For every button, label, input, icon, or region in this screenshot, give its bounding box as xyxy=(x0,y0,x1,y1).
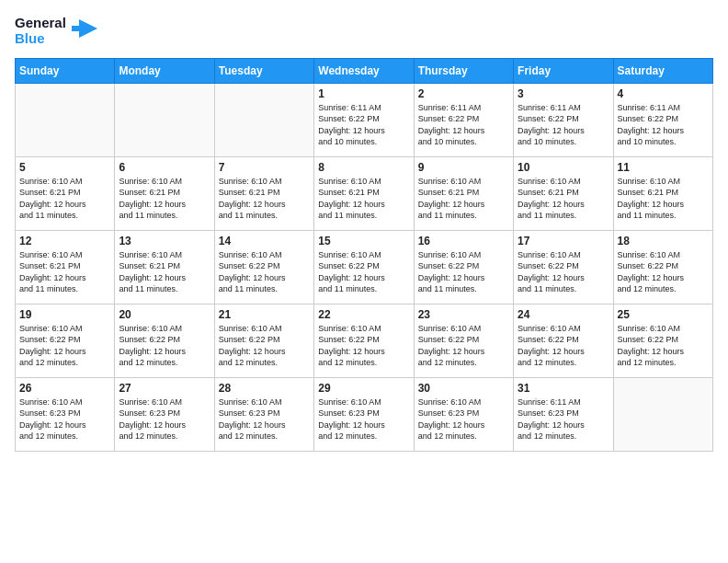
calendar-cell: 25Sunrise: 6:10 AM Sunset: 6:22 PM Dayli… xyxy=(613,304,712,377)
day-info: Sunrise: 6:10 AM Sunset: 6:21 PM Dayligh… xyxy=(418,176,509,222)
day-number: 5 xyxy=(19,161,110,174)
day-number: 20 xyxy=(119,308,210,321)
day-info: Sunrise: 6:10 AM Sunset: 6:21 PM Dayligh… xyxy=(19,176,110,222)
logo-wordmark: General Blue xyxy=(15,15,66,47)
calendar-cell: 30Sunrise: 6:10 AM Sunset: 6:23 PM Dayli… xyxy=(414,377,513,451)
calendar-cell: 16Sunrise: 6:10 AM Sunset: 6:22 PM Dayli… xyxy=(414,230,513,304)
day-info: Sunrise: 6:11 AM Sunset: 6:22 PM Dayligh… xyxy=(618,102,709,148)
calendar-header-row: SundayMondayTuesdayWednesdayThursdayFrid… xyxy=(16,58,713,83)
day-info: Sunrise: 6:11 AM Sunset: 6:22 PM Dayligh… xyxy=(418,102,509,148)
calendar-cell: 13Sunrise: 6:10 AM Sunset: 6:21 PM Dayli… xyxy=(115,230,214,304)
day-info: Sunrise: 6:10 AM Sunset: 6:21 PM Dayligh… xyxy=(219,176,310,222)
calendar-cell: 22Sunrise: 6:10 AM Sunset: 6:22 PM Dayli… xyxy=(314,304,414,377)
day-number: 27 xyxy=(119,382,210,395)
calendar-week-row: 12Sunrise: 6:10 AM Sunset: 6:21 PM Dayli… xyxy=(16,230,713,304)
day-number: 4 xyxy=(618,87,709,100)
calendar-week-row: 1Sunrise: 6:11 AM Sunset: 6:22 PM Daylig… xyxy=(16,83,713,156)
calendar-cell: 27Sunrise: 6:10 AM Sunset: 6:23 PM Dayli… xyxy=(115,377,214,451)
calendar-cell: 1Sunrise: 6:11 AM Sunset: 6:22 PM Daylig… xyxy=(314,83,414,156)
svg-marker-0 xyxy=(72,19,97,38)
day-number: 31 xyxy=(518,382,609,395)
calendar-cell: 12Sunrise: 6:10 AM Sunset: 6:21 PM Dayli… xyxy=(16,230,115,304)
day-number: 16 xyxy=(418,235,509,247)
calendar-week-row: 19Sunrise: 6:10 AM Sunset: 6:22 PM Dayli… xyxy=(16,304,713,377)
column-header-sunday: Sunday xyxy=(16,58,115,83)
calendar-cell: 6Sunrise: 6:10 AM Sunset: 6:21 PM Daylig… xyxy=(115,156,214,230)
day-number: 28 xyxy=(219,382,310,395)
day-number: 25 xyxy=(618,308,709,321)
calendar-cell: 9Sunrise: 6:10 AM Sunset: 6:21 PM Daylig… xyxy=(414,156,513,230)
day-info: Sunrise: 6:10 AM Sunset: 6:22 PM Dayligh… xyxy=(618,249,709,295)
calendar-cell: 20Sunrise: 6:10 AM Sunset: 6:22 PM Dayli… xyxy=(115,304,214,377)
day-number: 6 xyxy=(119,161,210,174)
calendar-cell: 2Sunrise: 6:11 AM Sunset: 6:22 PM Daylig… xyxy=(414,83,513,156)
calendar-week-row: 5Sunrise: 6:10 AM Sunset: 6:21 PM Daylig… xyxy=(16,156,713,230)
day-info: Sunrise: 6:10 AM Sunset: 6:22 PM Dayligh… xyxy=(418,323,509,369)
calendar-cell: 8Sunrise: 6:10 AM Sunset: 6:21 PM Daylig… xyxy=(314,156,414,230)
day-info: Sunrise: 6:11 AM Sunset: 6:23 PM Dayligh… xyxy=(518,396,609,442)
calendar-cell: 24Sunrise: 6:10 AM Sunset: 6:22 PM Dayli… xyxy=(514,304,613,377)
day-number: 29 xyxy=(318,382,409,395)
day-number: 24 xyxy=(518,308,609,321)
day-info: Sunrise: 6:10 AM Sunset: 6:21 PM Dayligh… xyxy=(318,176,409,222)
day-info: Sunrise: 6:10 AM Sunset: 6:22 PM Dayligh… xyxy=(318,323,409,369)
column-header-wednesday: Wednesday xyxy=(314,58,414,83)
day-info: Sunrise: 6:11 AM Sunset: 6:22 PM Dayligh… xyxy=(518,102,609,148)
calendar-cell xyxy=(613,377,712,451)
day-info: Sunrise: 6:10 AM Sunset: 6:22 PM Dayligh… xyxy=(119,323,210,369)
day-info: Sunrise: 6:10 AM Sunset: 6:21 PM Dayligh… xyxy=(618,176,709,222)
calendar-cell xyxy=(115,83,214,156)
day-info: Sunrise: 6:10 AM Sunset: 6:22 PM Dayligh… xyxy=(19,323,110,369)
calendar-cell xyxy=(214,83,313,156)
page-header: General Blue xyxy=(15,15,713,47)
day-number: 30 xyxy=(418,382,509,395)
column-header-thursday: Thursday xyxy=(414,58,513,83)
day-info: Sunrise: 6:11 AM Sunset: 6:22 PM Dayligh… xyxy=(318,102,409,148)
column-header-tuesday: Tuesday xyxy=(214,58,313,83)
column-header-monday: Monday xyxy=(115,58,214,83)
calendar-table: SundayMondayTuesdayWednesdayThursdayFrid… xyxy=(15,58,713,452)
logo: General Blue xyxy=(15,15,97,47)
day-info: Sunrise: 6:10 AM Sunset: 6:21 PM Dayligh… xyxy=(518,176,609,222)
day-number: 17 xyxy=(518,235,609,247)
day-number: 14 xyxy=(219,235,310,247)
day-info: Sunrise: 6:10 AM Sunset: 6:23 PM Dayligh… xyxy=(219,396,310,442)
day-info: Sunrise: 6:10 AM Sunset: 6:22 PM Dayligh… xyxy=(418,249,509,295)
day-info: Sunrise: 6:10 AM Sunset: 6:23 PM Dayligh… xyxy=(119,396,210,442)
day-info: Sunrise: 6:10 AM Sunset: 6:22 PM Dayligh… xyxy=(618,323,709,369)
day-info: Sunrise: 6:10 AM Sunset: 6:21 PM Dayligh… xyxy=(19,249,110,295)
calendar-cell: 5Sunrise: 6:10 AM Sunset: 6:21 PM Daylig… xyxy=(16,156,115,230)
calendar-cell: 31Sunrise: 6:11 AM Sunset: 6:23 PM Dayli… xyxy=(514,377,613,451)
day-number: 11 xyxy=(618,161,709,174)
calendar-cell: 28Sunrise: 6:10 AM Sunset: 6:23 PM Dayli… xyxy=(214,377,313,451)
day-number: 21 xyxy=(219,308,310,321)
calendar-cell: 4Sunrise: 6:11 AM Sunset: 6:22 PM Daylig… xyxy=(613,83,712,156)
day-info: Sunrise: 6:10 AM Sunset: 6:23 PM Dayligh… xyxy=(19,396,110,442)
column-header-saturday: Saturday xyxy=(613,58,712,83)
calendar-cell: 19Sunrise: 6:10 AM Sunset: 6:22 PM Dayli… xyxy=(16,304,115,377)
day-number: 18 xyxy=(618,235,709,247)
calendar-cell: 21Sunrise: 6:10 AM Sunset: 6:22 PM Dayli… xyxy=(214,304,313,377)
day-info: Sunrise: 6:10 AM Sunset: 6:21 PM Dayligh… xyxy=(119,176,210,222)
calendar-cell: 29Sunrise: 6:10 AM Sunset: 6:23 PM Dayli… xyxy=(314,377,414,451)
day-number: 2 xyxy=(418,87,509,100)
day-number: 23 xyxy=(418,308,509,321)
day-number: 12 xyxy=(19,235,110,247)
day-number: 19 xyxy=(19,308,110,321)
calendar-week-row: 26Sunrise: 6:10 AM Sunset: 6:23 PM Dayli… xyxy=(16,377,713,451)
calendar-cell: 26Sunrise: 6:10 AM Sunset: 6:23 PM Dayli… xyxy=(16,377,115,451)
calendar-cell: 7Sunrise: 6:10 AM Sunset: 6:21 PM Daylig… xyxy=(214,156,313,230)
day-info: Sunrise: 6:10 AM Sunset: 6:22 PM Dayligh… xyxy=(219,249,310,295)
day-number: 10 xyxy=(518,161,609,174)
day-info: Sunrise: 6:10 AM Sunset: 6:22 PM Dayligh… xyxy=(518,323,609,369)
day-number: 1 xyxy=(318,87,409,100)
day-info: Sunrise: 6:10 AM Sunset: 6:21 PM Dayligh… xyxy=(119,249,210,295)
calendar-cell: 17Sunrise: 6:10 AM Sunset: 6:22 PM Dayli… xyxy=(514,230,613,304)
day-info: Sunrise: 6:10 AM Sunset: 6:22 PM Dayligh… xyxy=(518,249,609,295)
day-number: 22 xyxy=(318,308,409,321)
calendar-cell: 11Sunrise: 6:10 AM Sunset: 6:21 PM Dayli… xyxy=(613,156,712,230)
day-number: 9 xyxy=(418,161,509,174)
calendar-cell xyxy=(16,83,115,156)
day-info: Sunrise: 6:10 AM Sunset: 6:22 PM Dayligh… xyxy=(318,249,409,295)
calendar-cell: 10Sunrise: 6:10 AM Sunset: 6:21 PM Dayli… xyxy=(514,156,613,230)
